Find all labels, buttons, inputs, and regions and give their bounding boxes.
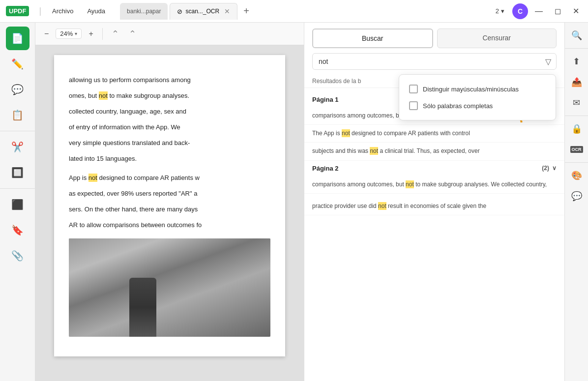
sidebar-item-protect[interactable]: 🔲 <box>6 161 29 184</box>
highlight-not-1: not <box>99 91 108 100</box>
filter-option-case[interactable]: Distinguir mayúsculas/minúsculas <box>407 81 548 97</box>
sidebar-item-organize[interactable]: 📋 <box>6 103 29 127</box>
search-input[interactable] <box>313 54 540 69</box>
tab-buscar[interactable]: Buscar <box>312 29 433 48</box>
search-filter-button[interactable]: ▽ <box>540 54 556 69</box>
nav-up2-button[interactable]: ⌃ <box>126 28 139 40</box>
sidebar-item-edit[interactable]: ✏️ <box>6 52 29 76</box>
zoom-display: 24% ▾ <box>56 29 82 39</box>
sidebar-item-attach[interactable]: 📎 <box>6 244 29 267</box>
sidebar-item-comment[interactable]: 💬 <box>6 78 29 101</box>
right-upload-icon[interactable]: ⬆ <box>568 53 586 70</box>
search-panel: Buscar Censurar ▽ <box>304 23 564 381</box>
pdf-line3: collected country, language, age, sex an… <box>69 106 270 117</box>
crop-icon: ✂️ <box>11 141 24 153</box>
title-separator: | <box>39 6 41 16</box>
right-share-icon[interactable]: 📤 <box>568 73 586 91</box>
result-5-highlight: not <box>378 202 386 210</box>
tab-censurar[interactable]: Censurar <box>437 29 557 48</box>
result-3-before: subjects and this was <box>312 147 370 154</box>
pdf-content[interactable]: allowing us to perform comparisons among… <box>35 45 304 381</box>
sidebar-divider1 <box>0 131 35 131</box>
search-tabs: Buscar Censurar <box>304 23 564 48</box>
zoom-arrow-icon[interactable]: ▾ <box>75 31 77 36</box>
search-input-row: ▽ Distinguir mayúsculas/minúsculas <box>312 53 557 70</box>
minimize-button[interactable]: — <box>532 5 546 18</box>
window-controls: — ◻ ✕ <box>532 4 582 18</box>
result-2-before: The App is <box>312 130 342 137</box>
app-logo: UPDF <box>6 6 29 16</box>
new-tab-button[interactable]: + <box>239 4 253 18</box>
pdf-line9: sers. On the other hand, there are many … <box>69 204 270 215</box>
close-button[interactable]: ✕ <box>570 4 582 18</box>
organize-icon: 📋 <box>11 109 24 121</box>
result-item-2[interactable]: The App is not designed to compare AR pa… <box>304 125 564 143</box>
photo-simulation <box>69 238 270 337</box>
result-item-3[interactable]: subjects and this was not a clinical tri… <box>304 143 564 160</box>
case-checkbox[interactable] <box>409 85 418 93</box>
zoom-out-button[interactable]: − <box>41 28 52 40</box>
tab-banki[interactable]: banki...papar <box>120 3 168 20</box>
sidebar-item-bookmark[interactable]: 🔖 <box>6 218 29 242</box>
maximize-button[interactable]: ◻ <box>552 4 564 18</box>
right-sidebar: 🔍 ⬆ 📤 ✉ 🔒 OCR 🎨 💬 <box>564 23 588 381</box>
page-view-icon: 📄 <box>11 32 24 44</box>
result-5-before: practice provider use did <box>312 203 378 209</box>
ocr-badge: OCR <box>570 146 583 153</box>
avatar[interactable]: C <box>512 3 528 19</box>
bookmark-icon: 🔖 <box>11 224 24 236</box>
logo-box: UPDF <box>6 6 29 16</box>
person-silhouette <box>129 278 156 337</box>
pdf-page: allowing us to perform comparisons among… <box>54 55 285 356</box>
tab-scan-icon: ⊘ <box>177 8 182 15</box>
page1-label: Página 1 <box>312 96 338 103</box>
right-search-icon[interactable]: 🔍 <box>568 27 586 44</box>
results-list[interactable]: Página 1 comparisons among outcomes, but… <box>304 88 564 381</box>
pdf-line1: allowing us to perform comparisons among <box>69 75 270 86</box>
right-ai-icon[interactable]: 🎨 <box>568 167 586 184</box>
page2-chevron-icon[interactable]: ∨ <box>552 165 557 172</box>
result-item-4[interactable]: comparisons among outcomes, but not to m… <box>304 176 564 194</box>
page2-count: (2) <box>542 165 549 172</box>
result-5-after: result in economies of scale given the <box>386 203 486 209</box>
minus-icon: − <box>44 29 49 38</box>
right-lock-icon[interactable]: 🔒 <box>568 120 586 138</box>
menu-ayuda[interactable]: Ayuda <box>82 5 110 17</box>
pdf-text-block2: App is not designed to compare AR patien… <box>69 173 270 231</box>
tab-area: banki...papar ⊘ scan..._OCR ✕ + <box>120 3 488 20</box>
nav-up-button[interactable]: ⌃ <box>109 28 122 40</box>
filter-dropdown: Distinguir mayúsculas/minúsculas Sólo pa… <box>399 74 556 120</box>
sidebar-item-page-view[interactable]: 📄 <box>6 27 29 50</box>
whole-word-checkbox[interactable] <box>409 101 418 110</box>
zoom-in-button[interactable]: + <box>86 28 96 40</box>
filter-option-whole-word[interactable]: Sólo palabras completas <box>407 97 548 114</box>
filter-icon: ▽ <box>545 58 551 66</box>
zoom-value: 24% <box>60 30 73 37</box>
tab-count-button[interactable]: 2 ▾ <box>492 5 508 17</box>
edit-icon: ✏️ <box>11 58 24 70</box>
right-mail-icon[interactable]: ✉ <box>568 94 586 112</box>
right-chat-icon[interactable]: 💬 <box>568 187 586 205</box>
pdf-area: − 24% ▾ + ⌃ ⌃ allowing us to perform com… <box>35 23 304 381</box>
menu-archivo[interactable]: Archivo <box>47 5 78 17</box>
right-ocr-icon[interactable]: OCR <box>568 141 586 158</box>
right-sidebar-divider3 <box>565 162 588 163</box>
sidebar-item-crop[interactable]: ✂️ <box>6 135 29 159</box>
pdf-line5: very simple questions translated and bac… <box>69 138 270 148</box>
sidebar-item-layers[interactable]: ⬛ <box>6 193 29 216</box>
pdf-line8: as expected, over 98% users reported "AR… <box>69 188 270 199</box>
page2-header[interactable]: Página 2 (2) ∨ <box>304 161 564 176</box>
result-3-highlight: not <box>370 147 378 155</box>
tab-scan-ocr[interactable]: ⊘ scan..._OCR ✕ <box>170 3 237 20</box>
tab1-label: banki...papar <box>127 8 161 15</box>
result-2-highlight: not <box>342 129 350 137</box>
pdf-image <box>69 238 270 337</box>
page2-label: Página 2 <box>312 165 338 172</box>
result-2-after: designed to compare AR patients with con… <box>350 130 470 137</box>
tab-close-icon[interactable]: ✕ <box>224 7 230 15</box>
result-item-5[interactable]: practice provider use did not result in … <box>304 198 564 215</box>
tab-count-label: 2 <box>496 7 499 15</box>
result-4-before: comparisons among outcomes, but <box>312 181 406 188</box>
pdf-line2: omes, but not to make subgroup analyses. <box>69 90 270 101</box>
pdf-line6: lated into 15 languages. <box>69 153 270 164</box>
